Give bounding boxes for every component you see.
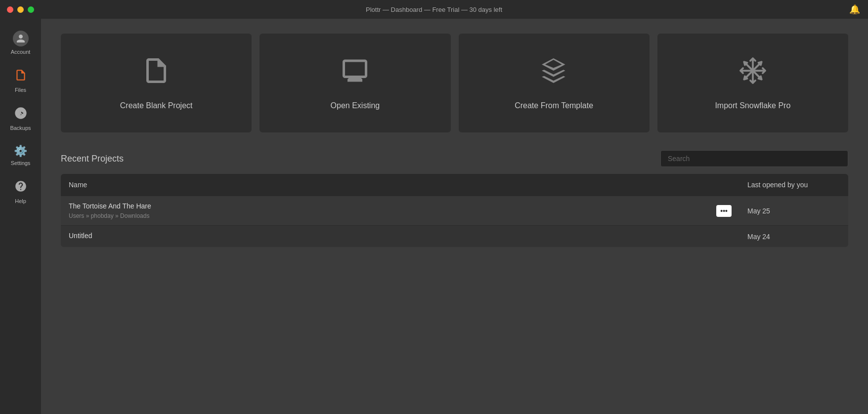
sidebar-settings-label: Settings <box>11 160 31 166</box>
sidebar-help-label: Help <box>15 198 26 204</box>
open-existing-card[interactable]: Open Existing <box>260 34 450 132</box>
date-cell: May 25 <box>739 196 848 226</box>
sidebar: Account Files Backups ⚙️ Settings Help <box>0 19 41 414</box>
backups-icon <box>14 107 27 123</box>
project-title: Untitled <box>69 232 732 240</box>
sidebar-item-account[interactable]: Account <box>0 24 41 62</box>
sidebar-files-label: Files <box>15 87 26 93</box>
main-content: Create Blank Project Open Existing Creat… <box>41 19 868 414</box>
sidebar-item-help[interactable]: Help <box>0 173 41 211</box>
table-row[interactable]: Untitled May 24 <box>61 226 848 248</box>
create-template-card[interactable]: Create From Template <box>459 34 650 132</box>
minimize-button[interactable] <box>17 6 24 13</box>
monitor-icon <box>340 56 370 91</box>
close-button[interactable] <box>7 6 13 13</box>
help-icon <box>14 180 27 196</box>
create-template-label: Create From Template <box>515 101 593 110</box>
traffic-lights <box>7 6 34 13</box>
sidebar-item-settings[interactable]: ⚙️ Settings <box>0 138 41 173</box>
projects-table: Name Last opened by you The Tortoise And… <box>61 174 848 247</box>
file-icon <box>141 56 171 91</box>
window-title: Plottr — Dashboard — Free Trial — 30 day… <box>366 6 502 13</box>
more-options-button[interactable]: ••• <box>716 205 732 217</box>
col-last-opened-header: Last opened by you <box>739 174 848 196</box>
import-snowflake-label: Import Snowflake Pro <box>715 101 790 110</box>
layers-icon <box>539 56 569 91</box>
date-cell: May 24 <box>739 226 848 248</box>
recent-projects-title: Recent Projects <box>61 154 124 164</box>
recent-projects-header: Recent Projects <box>61 150 848 167</box>
account-avatar <box>13 31 29 46</box>
table-row[interactable]: The Tortoise And The Hare Users » phobda… <box>61 196 848 226</box>
sidebar-account-label: Account <box>11 49 31 55</box>
sidebar-item-backups[interactable]: Backups <box>0 100 41 138</box>
create-blank-card[interactable]: Create Blank Project <box>61 34 252 132</box>
create-blank-label: Create Blank Project <box>120 101 193 110</box>
search-input[interactable] <box>660 150 848 167</box>
project-name-cell: Untitled <box>61 226 739 248</box>
project-name-cell: The Tortoise And The Hare Users » phobda… <box>61 196 739 226</box>
files-icon <box>14 69 27 84</box>
open-existing-label: Open Existing <box>331 101 380 110</box>
bell-icon[interactable]: 🔔 <box>849 4 860 15</box>
snowflake-icon <box>738 56 768 91</box>
col-name-header: Name <box>61 174 739 196</box>
import-snowflake-card[interactable]: Import Snowflake Pro <box>657 34 848 132</box>
titlebar: Plottr — Dashboard — Free Trial — 30 day… <box>0 0 868 19</box>
maximize-button[interactable] <box>28 6 34 13</box>
sidebar-item-files[interactable]: Files <box>0 62 41 100</box>
settings-icon: ⚙️ <box>14 145 27 158</box>
sidebar-backups-label: Backups <box>10 125 31 131</box>
project-path: Users » phobday » Downloads <box>69 212 149 219</box>
project-title: The Tortoise And The Hare <box>69 202 732 210</box>
action-cards: Create Blank Project Open Existing Creat… <box>61 34 848 132</box>
table-header-row: Name Last opened by you <box>61 174 848 196</box>
